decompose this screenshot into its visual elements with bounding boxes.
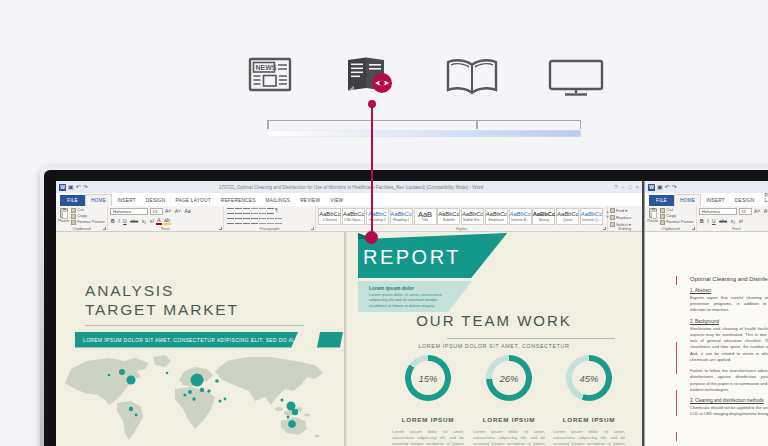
tab-view[interactable]: VIEW — [325, 195, 348, 206]
subscript-button[interactable]: x₂ — [730, 217, 736, 225]
bold-button[interactable]: B — [110, 217, 116, 225]
undo-icon[interactable]: ↶ — [76, 184, 81, 191]
multilevel-list-icon[interactable] — [243, 208, 250, 214]
mode-slider-bar[interactable] — [267, 130, 581, 137]
styles-group: AaBbCc1 Normal AaBbCc1 No Spac... AaBbCH… — [316, 206, 608, 231]
tab-page-layout[interactable]: PAGE LAYOUT — [759, 190, 768, 206]
bullet-list-icon[interactable] — [227, 208, 234, 214]
align-right-icon[interactable] — [243, 218, 250, 224]
tab-references[interactable]: REFERENCES — [216, 195, 261, 206]
strikethrough-button[interactable]: abc — [718, 217, 728, 225]
superscript-button[interactable]: x² — [738, 217, 744, 225]
font-size-select[interactable]: 11 — [739, 208, 752, 215]
strikethrough-button[interactable]: abc — [129, 217, 139, 225]
styles-launcher-icon[interactable] — [603, 227, 606, 230]
font-family-select[interactable]: Helvetica — [110, 208, 148, 215]
bold-button[interactable]: B — [699, 217, 705, 225]
tab-home[interactable]: HOME — [85, 194, 112, 206]
minimize-button[interactable]: – — [621, 184, 624, 190]
underline-button[interactable]: U — [711, 217, 717, 225]
redo-icon[interactable]: ↷ — [672, 184, 677, 191]
help-button[interactable]: ? — [614, 184, 617, 190]
news-mode-icon[interactable]: NEWS — [246, 52, 294, 96]
tab-design[interactable]: DESIGN — [141, 195, 171, 206]
maximize-button[interactable]: □ — [628, 184, 631, 190]
style-title[interactable]: AaBTitle — [414, 208, 437, 225]
style-subtitle[interactable]: AaBbCcSubtitle — [437, 208, 460, 225]
font-family-select[interactable]: Helvetica — [699, 208, 737, 215]
title-bar[interactable]: W ▣ ↶ ↷ 170721_Optimal Cleaning and Disi… — [56, 181, 642, 193]
underline-button[interactable]: U — [122, 217, 128, 225]
monitor-mode-icon[interactable] — [548, 59, 604, 97]
style-subtle-emphasis[interactable]: AaBbCcSubtle Em... — [461, 208, 484, 225]
paste-button[interactable]: Paste — [647, 207, 658, 224]
tab-page-layout[interactable]: PAGE LAYOUT — [170, 195, 215, 206]
paragraph-launcher-icon[interactable] — [311, 227, 314, 230]
tab-mailings[interactable]: MAILINGS — [261, 195, 296, 206]
italic-button[interactable]: I — [117, 217, 120, 225]
highlight-button[interactable]: ab — [163, 217, 171, 225]
shrink-font-icon[interactable]: A˅ — [763, 207, 768, 215]
donut-value: 15% — [418, 373, 437, 384]
font-size-select[interactable]: 12 — [150, 208, 163, 215]
section-body: Sterilization and cleaning of health fac… — [690, 326, 768, 363]
tab-design[interactable]: DESIGN — [730, 195, 760, 206]
shrink-font-icon[interactable]: A˅ — [174, 207, 182, 215]
italic-button[interactable]: I — [706, 217, 709, 225]
find-button[interactable]: Find▾ — [610, 208, 640, 214]
paste-icon — [60, 208, 68, 218]
paste-button[interactable]: Paste — [58, 207, 69, 224]
subscript-button[interactable]: x₂ — [141, 217, 147, 225]
open-book-mode-icon[interactable] — [444, 57, 500, 97]
number-list-icon[interactable] — [235, 208, 242, 214]
style-emphasis[interactable]: AaBbCcEmphasis — [485, 208, 508, 225]
undo-icon[interactable]: ↶ — [665, 184, 670, 191]
article: Optimal Cleaning and Disinfecting 1. Abs… — [690, 276, 768, 423]
tab-file[interactable]: FILE — [60, 195, 85, 206]
style-normal[interactable]: AaBbCc1 Normal — [318, 208, 341, 225]
word-app-icon: W — [648, 184, 655, 191]
format-painter-button[interactable]: Format Painter — [71, 219, 105, 225]
save-icon[interactable]: ▣ — [68, 184, 74, 191]
justify-icon[interactable] — [251, 218, 258, 224]
save-icon[interactable]: ▣ — [657, 184, 663, 191]
mode-slider-scale[interactable] — [267, 120, 581, 128]
borders-icon[interactable] — [275, 218, 282, 224]
format-painter-button[interactable]: Format Painter — [660, 219, 694, 225]
style-no-spacing[interactable]: AaBbCc1 No Spac... — [342, 208, 365, 225]
clipboard-launcher-icon[interactable] — [103, 227, 106, 230]
tab-insert[interactable]: INSERT — [701, 195, 730, 206]
news-label: NEWS — [256, 64, 277, 71]
title-bar[interactable]: W ▣ ↶ ↷ — [645, 181, 768, 193]
align-center-icon[interactable] — [235, 218, 242, 224]
font-launcher-icon[interactable] — [219, 227, 222, 230]
tab-insert[interactable]: INSERT — [112, 195, 141, 206]
increase-indent-icon[interactable] — [259, 208, 266, 214]
grow-font-icon[interactable]: A˄ — [164, 207, 172, 215]
quick-access-toolbar[interactable]: W ▣ ↶ ↷ — [648, 184, 677, 191]
grow-font-icon[interactable]: A˄ — [753, 207, 761, 215]
clipboard-launcher-icon[interactable] — [692, 227, 695, 230]
replace-button[interactable]: Replace — [610, 215, 640, 221]
font-color-button[interactable]: A — [156, 217, 161, 225]
style-heading1[interactable]: AaBbCHeading 1 — [366, 208, 389, 225]
superscript-button[interactable]: x² — [149, 217, 155, 225]
style-intense-emphasis[interactable]: AaBbCcIntense E... — [509, 208, 532, 225]
quick-access-toolbar[interactable]: W ▣ ↶ ↷ — [59, 184, 88, 191]
decrease-indent-icon[interactable] — [251, 208, 258, 214]
style-intense-quote[interactable]: AaBbCcIntense Q... — [580, 208, 603, 225]
style-heading2[interactable]: AaBbCcHeading 2 — [390, 208, 413, 225]
align-left-icon[interactable] — [227, 218, 234, 224]
sort-icon[interactable] — [267, 208, 274, 214]
shading-icon[interactable] — [267, 218, 274, 224]
tab-review[interactable]: REVIEW — [295, 195, 325, 206]
tab-file[interactable]: FILE — [649, 195, 674, 206]
style-strong[interactable]: AaBbCcStrong — [532, 208, 555, 225]
line-spacing-icon[interactable] — [259, 218, 266, 224]
tab-home[interactable]: HOME — [674, 194, 701, 206]
style-quote[interactable]: AaBbCcQuote — [556, 208, 579, 225]
show-marks-icon[interactable]: ¶ — [275, 207, 278, 215]
change-case-icon[interactable]: Aa — [184, 207, 192, 215]
close-button[interactable]: × — [636, 184, 639, 190]
reader-mode-icon[interactable] — [344, 54, 394, 98]
